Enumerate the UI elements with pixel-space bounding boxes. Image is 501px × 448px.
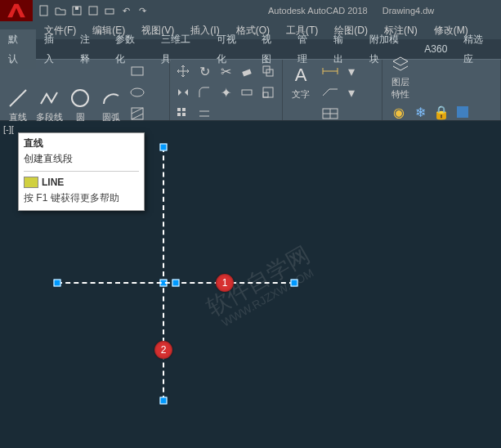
svg-rect-21 [182, 113, 186, 116]
title-bar: ↶ ↷ Autodesk AutoCAD 2018 Drawing4.dw [0, 0, 501, 21]
svg-rect-3 [89, 7, 97, 15]
tooltip-desc: 创建直线段 [24, 152, 139, 166]
layer-properties[interactable]: 图层 特性 [386, 61, 415, 101]
arc-icon [100, 87, 123, 110]
layers-icon [389, 53, 412, 74]
svg-rect-18 [177, 108, 181, 111]
grip-h-left[interactable] [54, 280, 61, 287]
file-name: Drawing4.dw [382, 6, 435, 16]
undo-icon[interactable]: ↶ [119, 4, 132, 17]
grip-h-right[interactable] [291, 280, 298, 287]
svg-rect-9 [132, 108, 143, 119]
redo-icon[interactable]: ↷ [136, 4, 149, 17]
polyline-icon [38, 87, 60, 110]
stretch-icon[interactable] [237, 83, 257, 102]
panel-modify: ↻ ✂ ✦ 修改▼ [170, 60, 283, 120]
circle-icon [69, 87, 92, 110]
svg-rect-19 [182, 108, 186, 111]
svg-rect-4 [105, 9, 114, 14]
grip-h-mid[interactable] [172, 280, 180, 287]
annotation-marker-1: 1 [216, 274, 234, 292]
svg-line-5 [10, 90, 26, 106]
svg-rect-20 [177, 113, 181, 116]
tooltip-command: LINE [42, 177, 64, 188]
tool-circle[interactable]: 圆 [65, 84, 95, 123]
svg-rect-12 [242, 69, 251, 76]
panel-draw: 直线 多段线 圆 圆弧 [0, 60, 170, 120]
leader-more-icon[interactable]: ▾ [342, 83, 361, 102]
tool-rect-icon[interactable] [127, 61, 147, 81]
layer-freeze-icon[interactable]: ❄ [410, 102, 430, 122]
plot-icon[interactable] [103, 4, 116, 17]
tool-text[interactable]: A 文字 [286, 61, 315, 101]
svg-rect-15 [242, 90, 252, 95]
grip-v-top[interactable] [160, 144, 168, 151]
panel-layer: 图层 特性 ◉ ❄ 🔒 ◧ ↩ ⇄ ≡ 图层▼ [382, 60, 501, 120]
command-icon [24, 177, 38, 188]
layer-lock-icon[interactable]: 🔒 [432, 102, 451, 122]
tool-polyline[interactable]: 多段线 [34, 84, 64, 123]
new-icon[interactable] [38, 4, 51, 17]
panel-annotate: A 文字 ▾ ▾ 注释▼ [283, 60, 382, 120]
svg-point-8 [131, 88, 144, 96]
svg-rect-0 [40, 6, 47, 16]
fillet-icon[interactable] [195, 83, 214, 102]
erase-icon[interactable] [237, 61, 257, 81]
explode-icon[interactable]: ✦ [216, 83, 235, 102]
copy-icon[interactable] [258, 61, 278, 81]
app-title: Autodesk AutoCAD 2018 [268, 6, 368, 16]
save-icon[interactable] [70, 4, 83, 17]
svg-point-6 [72, 90, 88, 106]
svg-rect-7 [132, 67, 143, 75]
open-icon[interactable] [54, 4, 67, 17]
grip-v-bot[interactable] [160, 397, 168, 405]
ribbon-tabs: 默认 插入 注释 参数化 三维工具 可视化 视图 管理 输出 附加模块 A360… [0, 39, 501, 59]
svg-line-10 [132, 108, 143, 114]
leader-icon[interactable] [320, 83, 340, 102]
viewport-label[interactable]: [-][ [3, 124, 14, 134]
tool-arc[interactable]: 圆弧 [96, 84, 126, 123]
dim-linear-icon[interactable] [320, 61, 340, 81]
app-logo[interactable] [0, 0, 33, 21]
selected-line-vertical[interactable] [163, 147, 164, 401]
svg-rect-28 [457, 106, 468, 118]
line-icon [7, 87, 29, 110]
tooltip-divider [24, 171, 139, 172]
ribbon: 直线 多段线 圆 圆弧 ↻ ✂ [0, 59, 501, 121]
drawing-canvas[interactable]: [-][ 软件自学网 WWW.RJZXW.COM 1 2 直线 创建直线段 LI… [0, 121, 501, 448]
tooltip-line: 直线 创建直线段 LINE 按 F1 键获得更多帮助 [18, 132, 145, 211]
svg-rect-16 [263, 92, 268, 97]
move-icon[interactable] [173, 61, 193, 81]
tooltip-title: 直线 [24, 137, 139, 150]
text-icon: A [289, 64, 312, 87]
layer-color-icon[interactable] [453, 102, 472, 122]
dim-more-icon[interactable]: ▾ [342, 61, 361, 81]
svg-line-11 [132, 114, 143, 119]
quick-access-toolbar: ↶ ↷ [33, 4, 154, 17]
trim-icon[interactable]: ✂ [216, 61, 235, 81]
tab-a360[interactable]: A360 [416, 39, 455, 59]
saveas-icon[interactable] [87, 4, 100, 17]
annotation-marker-2: 2 [154, 341, 172, 359]
svg-rect-2 [75, 7, 78, 10]
scale-icon[interactable] [258, 83, 278, 102]
tool-line[interactable]: 直线 [3, 84, 33, 123]
rotate-icon[interactable]: ↻ [195, 61, 214, 81]
mirror-icon[interactable] [173, 83, 193, 102]
layer-on-icon[interactable]: ◉ [389, 102, 409, 122]
tool-ellipse-icon[interactable] [127, 83, 147, 102]
tooltip-help: 按 F1 键获得更多帮助 [24, 191, 139, 205]
